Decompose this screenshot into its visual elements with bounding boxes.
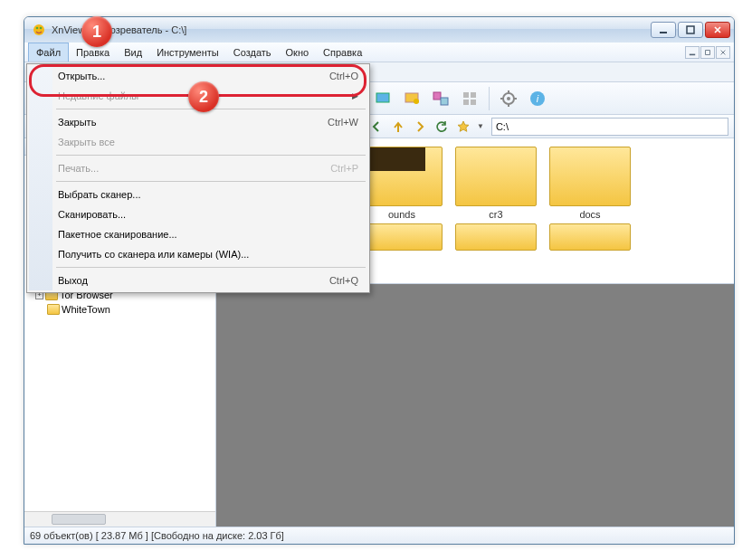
menu-item-label: Пакетное сканирование...	[58, 229, 358, 240]
svg-point-0	[33, 24, 44, 35]
menu-item-shortcut: Ctrl+P	[330, 163, 358, 174]
tree-item-label: WhiteTown	[62, 304, 110, 315]
menu-item-label: Выход	[58, 275, 329, 286]
tree-item-whitetown[interactable]: WhiteTown	[26, 302, 215, 317]
menu-acquire-wia[interactable]: Получить со сканера или камеры (WIA)...	[29, 244, 367, 264]
folder-thumb-icon	[455, 147, 537, 206]
menu-exit[interactable]: Выход Ctrl+Q	[29, 271, 367, 290]
tree-scrollbar[interactable]	[24, 511, 215, 527]
menu-view[interactable]: Вид	[117, 43, 149, 62]
svg-point-1	[36, 27, 39, 30]
status-bar: 69 объект(ов) [ 23.87 Мб ] [Свободно на …	[24, 527, 734, 544]
annotation-badge-1: 1	[81, 16, 112, 47]
menu-create[interactable]: Создать	[226, 43, 279, 62]
folder-thumb-icon	[455, 223, 537, 251]
thumb-item[interactable]: docs	[549, 147, 631, 220]
thumb-label: docs	[549, 209, 631, 220]
menu-item-label: Сканировать...	[58, 209, 358, 220]
nav-forward-button[interactable]	[410, 117, 430, 137]
menu-select-scanner[interactable]: Выбрать сканер...	[29, 185, 367, 204]
svg-rect-4	[687, 26, 694, 33]
path-text: C:\	[496, 121, 509, 132]
menu-item-label: Получить со сканера или камеры (WIA)...	[58, 249, 358, 260]
toolbar-separator	[489, 87, 490, 110]
menu-item-shortcut: Ctrl+O	[329, 71, 358, 81]
menu-item-shortcut: Ctrl+Q	[329, 275, 358, 286]
tool-info-button[interactable]: i	[524, 85, 551, 112]
menu-batch-scan[interactable]: Пакетное сканирование...	[29, 224, 367, 244]
svg-rect-18	[463, 100, 469, 105]
window-title: XnView - [Обозреватель - C:\]	[52, 24, 651, 35]
tool-thumbnails-button[interactable]	[456, 85, 483, 112]
menu-item-label: Открыть...	[58, 71, 329, 81]
thumb-item[interactable]	[455, 223, 537, 251]
folder-thumb-icon	[361, 223, 443, 251]
svg-rect-19	[471, 100, 476, 105]
folder-thumb-icon	[549, 147, 631, 206]
svg-rect-11	[376, 93, 389, 102]
close-button[interactable]	[705, 22, 730, 38]
thumb-item[interactable]	[549, 223, 631, 251]
nav-refresh-button[interactable]	[432, 117, 452, 137]
menu-item-shortcut: Ctrl+W	[328, 117, 358, 128]
menu-item-label: Закрыть	[58, 117, 328, 128]
folder-thumb-icon	[549, 223, 631, 251]
menubar: Файл Правка Вид Инструменты Создать Окно…	[24, 43, 734, 62]
mdi-minimize-button[interactable]	[685, 46, 700, 59]
menu-help[interactable]: Справка	[316, 43, 369, 62]
menu-window[interactable]: Окно	[279, 43, 317, 62]
svg-rect-5	[690, 53, 695, 55]
menu-separator	[56, 155, 366, 156]
menu-scan[interactable]: Сканировать...	[29, 204, 367, 224]
menu-tools[interactable]: Инструменты	[149, 43, 226, 62]
svg-rect-17	[471, 92, 476, 98]
submenu-arrow-icon: ▶	[352, 91, 358, 100]
annotation-badge-2: 2	[188, 81, 219, 112]
preview-pane	[216, 284, 734, 527]
minimize-button[interactable]	[651, 22, 676, 38]
folder-thumb-icon	[361, 147, 443, 206]
tool-settings-button[interactable]	[495, 85, 522, 112]
thumb-item[interactable]: ounds	[361, 147, 443, 220]
menu-item-label: Закрыть все	[58, 137, 358, 147]
menu-close[interactable]: Закрыть Ctrl+W	[29, 112, 367, 132]
thumb-item[interactable]: cr3	[455, 147, 537, 220]
mdi-close-button[interactable]	[716, 46, 730, 59]
maximize-button[interactable]	[678, 22, 703, 38]
menu-file[interactable]: Файл	[28, 43, 69, 62]
mdi-restore-button[interactable]	[700, 46, 715, 59]
tool-slideshow-button[interactable]	[398, 85, 425, 112]
svg-rect-15	[441, 98, 448, 105]
thumb-item[interactable]	[361, 223, 443, 251]
nav-up-button[interactable]	[388, 117, 408, 137]
tool-screen-button[interactable]	[369, 85, 396, 112]
menu-item-label: Выбрать сканер...	[58, 189, 358, 200]
svg-rect-6	[706, 50, 710, 54]
folder-icon	[47, 304, 60, 315]
menu-separator	[56, 267, 366, 268]
thumb-label: cr3	[455, 209, 537, 220]
thumb-label: ounds	[361, 209, 443, 220]
menu-print[interactable]: Печать... Ctrl+P	[29, 158, 367, 178]
app-icon	[32, 23, 46, 37]
nav-favorites-button[interactable]	[453, 117, 473, 137]
svg-point-13	[414, 99, 419, 104]
menu-item-label: Печать...	[58, 163, 330, 174]
menu-close-all[interactable]: Закрыть все	[29, 132, 367, 152]
path-input[interactable]: C:\	[491, 118, 728, 136]
chevron-down-icon[interactable]: ▼	[475, 122, 486, 130]
svg-rect-14	[433, 92, 441, 100]
svg-point-21	[507, 97, 510, 100]
menu-separator	[56, 181, 366, 182]
svg-rect-3	[660, 32, 667, 33]
titlebar: XnView - [Обозреватель - C:\]	[24, 17, 734, 43]
tool-convert-button[interactable]	[427, 85, 454, 112]
svg-point-2	[40, 27, 43, 30]
status-text: 69 объект(ов) [ 23.87 Мб ] [Свободно на …	[30, 530, 284, 541]
svg-rect-16	[463, 92, 469, 98]
